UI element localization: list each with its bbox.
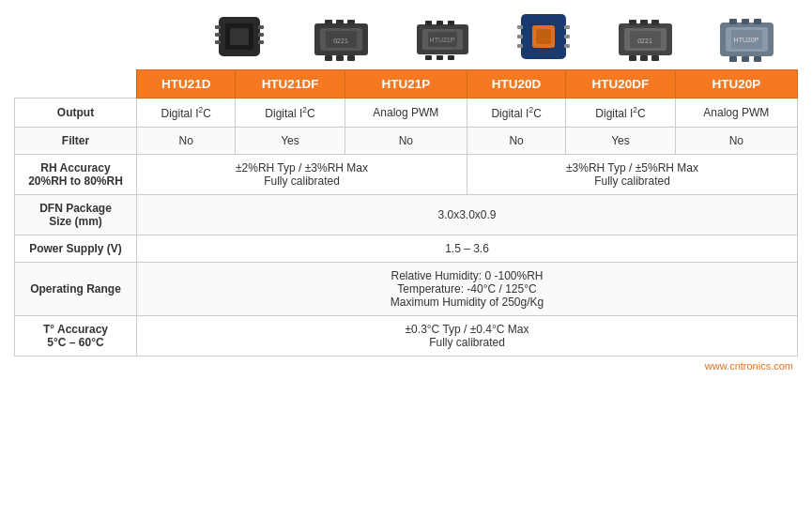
product-image-htu21d bbox=[197, 9, 282, 66]
svg-rect-26 bbox=[425, 55, 432, 60]
svg-rect-4 bbox=[215, 33, 221, 37]
cell-filter-htu21df: Yes bbox=[236, 128, 345, 155]
label-operating-range: Operating Range bbox=[15, 263, 137, 316]
svg-rect-54 bbox=[742, 19, 749, 24]
header-empty bbox=[15, 70, 137, 99]
comparison-table: HTU21D HTU21DF HTU21P HTU20D HTU20DF HTU… bbox=[14, 69, 798, 357]
cell-t-accuracy: ±0.3°C Typ / ±0.4°C Max Fully calibrated bbox=[137, 316, 798, 357]
svg-text:0221: 0221 bbox=[333, 38, 348, 44]
svg-rect-18 bbox=[347, 55, 355, 61]
svg-text:0221: 0221 bbox=[637, 38, 652, 44]
cell-output-htu20df: Digital I2C bbox=[566, 99, 675, 128]
cell-operating-range: Relative Humidity: 0 -100%RH Temperature… bbox=[137, 263, 798, 316]
svg-rect-25 bbox=[448, 21, 454, 25]
header-htu21d: HTU21D bbox=[137, 70, 236, 99]
header-htu21p: HTU21P bbox=[345, 70, 467, 99]
svg-rect-46 bbox=[629, 55, 636, 61]
svg-rect-37 bbox=[564, 35, 570, 38]
cell-filter-htu21p: No bbox=[345, 128, 467, 155]
label-dfn-package: DFN Package Size (mm) bbox=[15, 195, 137, 235]
svg-rect-33 bbox=[517, 25, 523, 29]
page-wrapper: 0221 HTU21P bbox=[0, 0, 812, 381]
svg-rect-56 bbox=[729, 56, 737, 62]
row-dfn-package: DFN Package Size (mm) 3.0x3.0x0.9 bbox=[15, 195, 798, 235]
svg-rect-27 bbox=[437, 55, 443, 60]
watermark: www.cntronics.com bbox=[14, 357, 798, 372]
row-operating-range: Operating Range Relative Humidity: 0 -10… bbox=[15, 263, 798, 316]
cell-filter-htu20p: No bbox=[675, 128, 797, 155]
svg-rect-53 bbox=[729, 19, 737, 24]
header-htu20d: HTU20D bbox=[467, 70, 565, 99]
label-output: Output bbox=[15, 99, 137, 128]
label-rh-accuracy: RH Accuracy 20%RH to 80%RH bbox=[15, 155, 137, 195]
cell-filter-htu20d: No bbox=[467, 128, 565, 155]
header-htu20df: HTU20DF bbox=[566, 70, 675, 99]
svg-rect-58 bbox=[754, 56, 761, 62]
svg-rect-34 bbox=[517, 35, 523, 38]
svg-rect-5 bbox=[215, 40, 221, 44]
svg-rect-3 bbox=[215, 25, 221, 29]
label-filter: Filter bbox=[15, 128, 137, 155]
svg-rect-55 bbox=[754, 19, 761, 24]
svg-rect-43 bbox=[629, 20, 636, 25]
label-power-supply: Power Supply (V) bbox=[15, 235, 137, 263]
header-htu20p: HTU20P bbox=[675, 70, 797, 99]
row-rh-accuracy: RH Accuracy 20%RH to 80%RH ±2%RH Typ / ±… bbox=[15, 155, 798, 195]
svg-rect-14 bbox=[336, 20, 344, 25]
cell-output-htu21p: Analog PWM bbox=[345, 99, 467, 128]
svg-text:HTU21P: HTU21P bbox=[429, 37, 454, 43]
cell-output-htu20p: Analog PWM bbox=[675, 99, 797, 128]
svg-rect-16 bbox=[325, 55, 332, 61]
product-image-htu20p: HTU20P bbox=[704, 9, 789, 66]
svg-rect-36 bbox=[564, 25, 570, 29]
svg-rect-57 bbox=[742, 56, 749, 62]
cell-dfn-package: 3.0x3.0x0.9 bbox=[137, 195, 798, 235]
svg-rect-7 bbox=[258, 33, 264, 37]
svg-rect-35 bbox=[517, 44, 523, 48]
cell-rh-accuracy-right: ±3%RH Typ / ±5%RH Max Fully calibrated bbox=[467, 155, 797, 195]
header-htu21df: HTU21DF bbox=[236, 70, 345, 99]
svg-rect-44 bbox=[640, 20, 648, 25]
product-image-htu20d bbox=[501, 9, 586, 66]
svg-rect-28 bbox=[448, 55, 454, 60]
row-filter: Filter No Yes No No Yes No bbox=[15, 128, 798, 155]
svg-rect-17 bbox=[336, 55, 344, 61]
svg-rect-24 bbox=[437, 21, 443, 25]
product-image-htu21p: HTU21P bbox=[400, 9, 484, 66]
svg-text:HTU20P: HTU20P bbox=[733, 37, 758, 43]
row-output: Output Digital I2C Digital I2C Analog PW… bbox=[15, 99, 798, 128]
product-images-row: 0221 HTU21P bbox=[14, 9, 798, 66]
svg-rect-8 bbox=[258, 40, 264, 44]
cell-output-htu21d: Digital I2C bbox=[137, 99, 236, 128]
svg-rect-13 bbox=[325, 20, 332, 25]
svg-rect-6 bbox=[258, 25, 264, 29]
cell-filter-htu20df: Yes bbox=[566, 128, 675, 155]
cell-output-htu21df: Digital I2C bbox=[236, 99, 345, 128]
cell-filter-htu21d: No bbox=[137, 128, 236, 155]
svg-rect-48 bbox=[651, 55, 659, 61]
row-power-supply: Power Supply (V) 1.5 – 3.6 bbox=[15, 235, 798, 263]
svg-rect-23 bbox=[425, 21, 432, 25]
svg-rect-47 bbox=[640, 55, 648, 61]
svg-rect-15 bbox=[347, 20, 355, 25]
cell-power-supply: 1.5 – 3.6 bbox=[137, 235, 798, 263]
cell-rh-accuracy-left: ±2%RH Typ / ±3%RH Max Fully calibrated bbox=[137, 155, 467, 195]
product-image-htu20df: 0221 bbox=[603, 9, 687, 66]
svg-rect-45 bbox=[651, 20, 659, 25]
row-t-accuracy: T° Accuracy 5°C – 60°C ±0.3°C Typ / ±0.4… bbox=[15, 316, 798, 357]
svg-rect-32 bbox=[536, 29, 551, 44]
svg-rect-2 bbox=[230, 28, 249, 45]
product-image-htu21df: 0221 bbox=[299, 9, 383, 66]
svg-rect-38 bbox=[564, 44, 570, 48]
label-t-accuracy: T° Accuracy 5°C – 60°C bbox=[15, 316, 137, 357]
cell-output-htu20d: Digital I2C bbox=[467, 99, 565, 128]
